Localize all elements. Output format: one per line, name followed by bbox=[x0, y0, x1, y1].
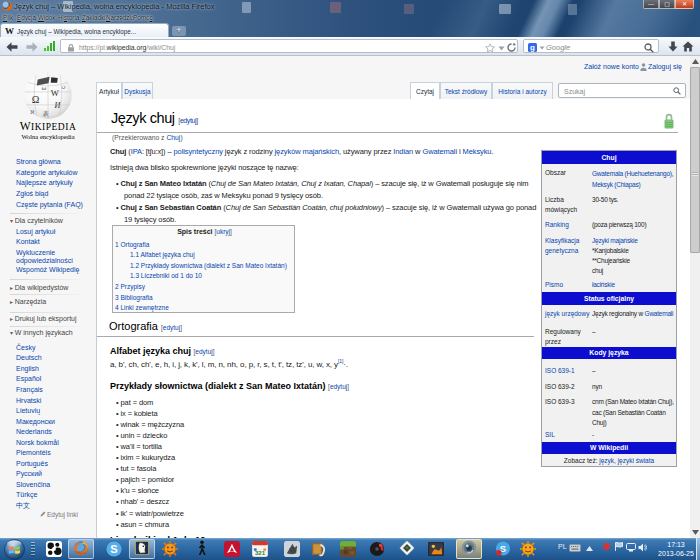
svg-text:W: W bbox=[51, 88, 60, 98]
svg-text:表: 表 bbox=[43, 110, 50, 117]
svg-text:И: И bbox=[53, 101, 61, 110]
svg-text:ℵ: ℵ bbox=[30, 109, 34, 115]
svg-text:ن: ن bbox=[62, 83, 66, 89]
svg-text:321: 321 bbox=[255, 549, 266, 556]
svg-text:ω: ω bbox=[42, 84, 47, 92]
svg-text:Ω: Ω bbox=[32, 94, 40, 105]
svg-text:S: S bbox=[110, 543, 117, 555]
